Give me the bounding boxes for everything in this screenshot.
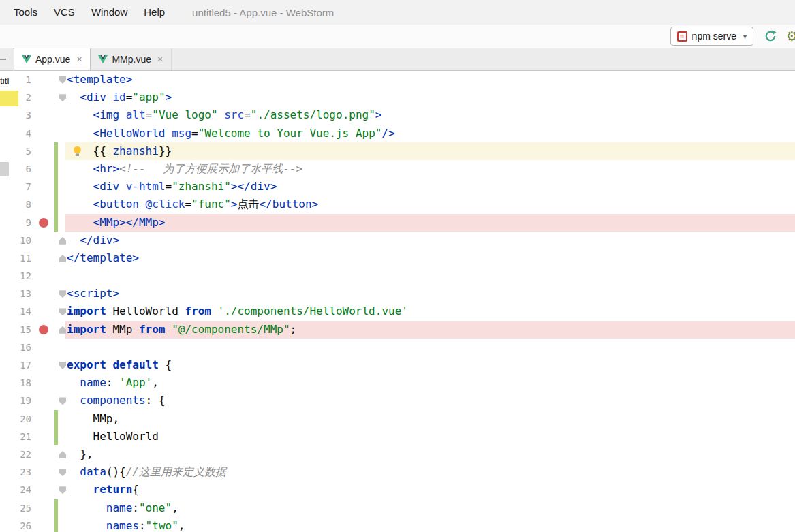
fold-down-icon[interactable] — [59, 308, 66, 315]
vcs-change-bar[interactable] — [54, 517, 58, 532]
line-number[interactable]: 9 — [0, 214, 31, 232]
line-number[interactable]: 11 — [0, 249, 31, 267]
line-number[interactable]: 16 — [0, 339, 31, 356]
line-number[interactable]: 14 — [0, 302, 31, 320]
code-text[interactable]: return{ — [67, 481, 139, 499]
breakpoint-icon[interactable] — [39, 218, 48, 228]
fold-down-icon[interactable] — [59, 469, 66, 476]
line-number[interactable]: 20 — [0, 410, 31, 428]
code-line: 15import MMp from "@/components/MMp"; — [0, 321, 795, 339]
code-text[interactable]: <div id="app"> — [67, 89, 172, 106]
tab-label: App.vue — [35, 54, 70, 65]
code-text[interactable]: </template> — [67, 249, 139, 267]
code-text[interactable]: names:"two", — [67, 517, 185, 532]
code-text[interactable]: {{ zhanshi}} — [67, 142, 172, 160]
line-number[interactable]: 17 — [0, 356, 31, 374]
line-number[interactable]: 4 — [0, 125, 31, 142]
line-number[interactable]: 7 — [0, 178, 31, 195]
vcs-change-bar[interactable] — [54, 142, 58, 160]
code-line: 14import HelloWorld from './components/H… — [0, 302, 795, 320]
editor[interactable]: 1<template>2 <div id="app">3 <img alt="V… — [0, 71, 795, 532]
line-number[interactable]: 25 — [0, 499, 31, 517]
fold-down-icon[interactable] — [59, 362, 66, 369]
line-number[interactable]: 24 — [0, 481, 31, 499]
line-number[interactable]: 10 — [0, 232, 31, 249]
code-text[interactable]: <HelloWorld msg="Welcome to Your Vue.js … — [67, 125, 395, 142]
fold-down-icon[interactable] — [59, 76, 66, 84]
line-number[interactable]: 26 — [0, 517, 31, 532]
code-text[interactable]: export default { — [67, 356, 172, 374]
code-line: 1<template> — [0, 71, 795, 89]
code-text[interactable]: import HelloWorld from './components/Hel… — [67, 302, 408, 320]
tab-app-vue[interactable]: App.vue ✕ — [14, 48, 91, 70]
tab-mmp-vue[interactable]: MMp.vue ✕ — [91, 48, 172, 70]
fold-down-icon[interactable] — [59, 397, 66, 405]
code-text[interactable]: HelloWorld — [67, 428, 159, 445]
npm-icon: n — [677, 31, 687, 42]
vcs-change-bar[interactable] — [54, 178, 58, 195]
code-text[interactable]: MMp, — [67, 410, 119, 428]
line-number[interactable]: 8 — [0, 195, 31, 213]
code-line: 9 <MMp></MMp> — [0, 214, 795, 232]
code-text[interactable]: components: { — [67, 392, 166, 409]
fold-down-icon[interactable] — [59, 486, 66, 494]
code-text[interactable]: import MMp from "@/components/MMp"; — [67, 321, 296, 339]
code-text[interactable]: name: 'App', — [67, 374, 159, 392]
run-configuration-selector[interactable]: n npm serve ▾ — [670, 27, 753, 46]
settings-gear-icon[interactable]: ⚙ — [788, 29, 795, 43]
code-text[interactable]: <template> — [67, 71, 132, 89]
vcs-change-bar[interactable] — [54, 410, 58, 428]
run-configuration-label: npm serve — [692, 31, 736, 42]
sync-refresh-icon[interactable] — [764, 29, 777, 43]
line-number[interactable]: 19 — [0, 392, 31, 409]
vcs-change-bar[interactable] — [54, 160, 58, 178]
close-icon[interactable]: ✕ — [157, 54, 163, 64]
code-line: 20 MMp, — [0, 410, 795, 428]
menu-item-vcs[interactable]: VCS — [46, 0, 83, 25]
vcs-change-bar[interactable] — [54, 428, 58, 445]
vcs-change-bar[interactable] — [54, 214, 58, 232]
code-text[interactable]: data(){//这里用来定义数据 — [67, 463, 226, 481]
code-text[interactable]: }, — [67, 445, 93, 463]
code-text[interactable]: <div v-html="zhanshi"></div> — [67, 178, 277, 195]
fold-up-icon[interactable] — [59, 255, 66, 262]
code-text[interactable]: </div> — [67, 232, 119, 249]
line-number[interactable]: 23 — [0, 463, 31, 481]
fold-down-icon[interactable] — [59, 94, 66, 101]
code-line: 24 return{ — [0, 481, 795, 499]
menu-item-tools[interactable]: Tools — [5, 0, 46, 25]
code-text[interactable]: <img alt="Vue logo" src="./assets/logo.p… — [67, 106, 381, 124]
code-text[interactable]: name:"one", — [67, 499, 178, 517]
chevron-down-icon[interactable]: ▾ — [743, 33, 747, 40]
code-line: 22 }, — [0, 445, 795, 463]
vcs-change-bar[interactable] — [54, 195, 58, 213]
line-number[interactable]: 13 — [0, 285, 31, 302]
line-number[interactable]: 5 — [0, 142, 31, 160]
line-number[interactable]: 18 — [0, 374, 31, 392]
fold-down-icon[interactable] — [59, 290, 66, 298]
breakpoint-icon[interactable] — [39, 325, 48, 334]
editor-lines: 1<template>2 <div id="app">3 <img alt="V… — [0, 71, 795, 532]
left-edge-yellow-highlight — [0, 91, 18, 106]
code-text[interactable]: <script> — [67, 285, 119, 302]
fold-up-icon[interactable] — [59, 237, 66, 245]
menu-item-help[interactable]: Help — [136, 0, 173, 25]
fold-up-icon[interactable] — [59, 451, 66, 458]
code-text[interactable]: <button @click="func">点击</button> — [67, 195, 318, 213]
code-text[interactable]: <MMp></MMp> — [67, 214, 166, 232]
line-number[interactable]: 12 — [0, 267, 31, 285]
line-number[interactable]: 22 — [0, 445, 31, 463]
code-text[interactable]: <hr><!-- 为了方便展示加了水平线--> — [67, 160, 302, 178]
code-line: 26 names:"two", — [0, 517, 795, 532]
line-number[interactable]: 15 — [0, 321, 31, 339]
left-edge-gray-marker — [0, 162, 9, 176]
line-number[interactable]: 21 — [0, 428, 31, 445]
close-icon[interactable]: ✕ — [76, 54, 82, 64]
menu-bar: Tools VCS Window Help untitled5 - App.vu… — [0, 0, 795, 25]
code-line: 2 <div id="app"> — [0, 89, 795, 106]
code-line: 18 name: 'App', — [0, 374, 795, 392]
menu-item-window[interactable]: Window — [83, 0, 136, 25]
code-line: 25 name:"one", — [0, 499, 795, 517]
line-number[interactable]: 3 — [0, 106, 31, 124]
vcs-change-bar[interactable] — [54, 499, 58, 517]
